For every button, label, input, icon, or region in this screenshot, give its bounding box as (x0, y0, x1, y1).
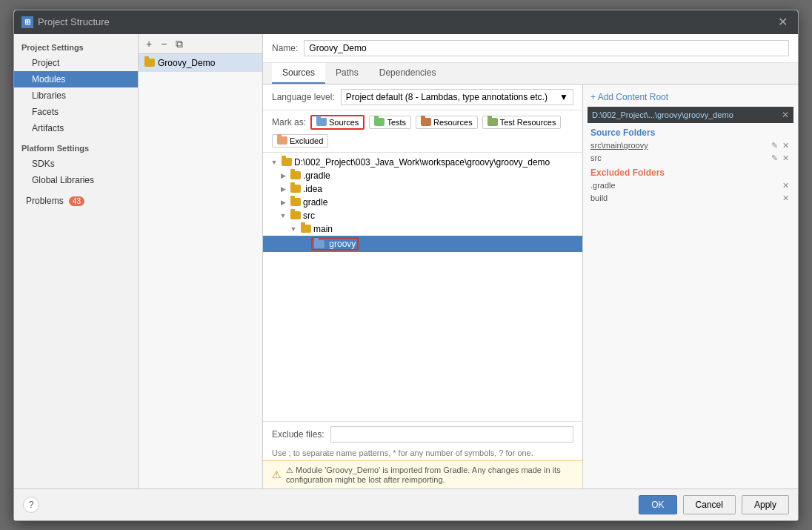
project-settings-section: Project Settings (14, 40, 138, 55)
tree-item-groovy[interactable]: groovy (263, 236, 582, 252)
tree-item-gradle-hidden[interactable]: ▶ .gradle (263, 169, 582, 182)
exclude-row: Exclude files: (263, 421, 582, 447)
left-pane: Language level: Project default (8 - Lam… (263, 85, 583, 488)
add-content-root-button[interactable]: + Add Content Root (588, 89, 793, 105)
dialog-title: Project Structure (38, 16, 110, 27)
title-bar: ⊞ Project Structure ✕ (14, 10, 798, 34)
name-input[interactable] (304, 40, 789, 56)
module-item-groovy-demo[interactable]: Groovy_Demo (139, 54, 262, 72)
lang-level-label: Language level: (272, 92, 335, 102)
sidebar-item-global-libraries[interactable]: Global Libraries (14, 172, 138, 188)
tree-item-src[interactable]: ▼ src (263, 209, 582, 222)
excluded-folder-actions-1: ✕ (781, 181, 791, 191)
expand-icon: ▼ (269, 159, 279, 166)
title-bar-left: ⊞ Project Structure (21, 16, 110, 28)
lang-level-select[interactable]: Project default (8 - Lambdas, type annot… (341, 89, 573, 105)
folder-icon (290, 211, 301, 219)
exclude-input[interactable] (330, 426, 573, 443)
tab-paths[interactable]: Paths (325, 63, 369, 84)
exclude-hint: Use ; to separate name patterns, * for a… (263, 447, 582, 460)
tab-sources[interactable]: Sources (272, 63, 325, 84)
sidebar-item-sdks[interactable]: SDKs (14, 156, 138, 172)
app-icon: ⊞ (21, 16, 33, 28)
remove-excluded-folder-1[interactable]: ✕ (781, 181, 791, 191)
help-button[interactable]: ? (23, 497, 39, 513)
cancel-button[interactable]: Cancel (683, 495, 736, 514)
remove-excluded-folder-2[interactable]: ✕ (781, 193, 791, 203)
tabs-row: Sources Paths Dependencies (263, 63, 798, 85)
root-folder-icon (282, 158, 292, 166)
folder-icon (290, 171, 301, 179)
file-tree[interactable]: ▼ D:\002_Project\003_Java_Work\workspace… (263, 153, 582, 421)
warning-bar: ⚠ ⚠ Module 'Groovy_Demo' is imported fro… (263, 460, 582, 488)
folder-icon (290, 198, 301, 206)
remove-module-button[interactable]: − (158, 37, 170, 50)
mark-tests-button[interactable]: Tests (369, 116, 411, 129)
tree-item-label: .idea (303, 184, 322, 194)
source-folder-path-2: src (590, 153, 770, 162)
sidebar-item-problems[interactable]: Problems 43 (14, 193, 138, 209)
sidebar: Project Settings Project Modules Librari… (14, 34, 139, 488)
edit-source-folder-2[interactable]: ✎ (770, 153, 779, 163)
folder-icon (290, 185, 301, 193)
close-button[interactable]: ✕ (775, 15, 791, 30)
content-root-close-button[interactable]: ✕ (782, 110, 789, 120)
warning-text: ⚠ Module 'Groovy_Demo' is imported from … (286, 466, 573, 484)
source-folder-entry-1: src\main\groovy ✎ ✕ (588, 139, 793, 152)
expand-icon: ▶ (278, 172, 288, 179)
tree-item-root[interactable]: ▼ D:\002_Project\003_Java_Work\workspace… (263, 156, 582, 169)
lang-level-row: Language level: Project default (8 - Lam… (263, 85, 582, 110)
test-resources-folder-icon (487, 118, 498, 126)
copy-module-button[interactable]: ⧉ (173, 37, 186, 50)
ok-button[interactable]: OK (639, 495, 676, 514)
sources-area: Language level: Project default (8 - Lam… (263, 85, 798, 488)
excluded-folders-label: Excluded Folders (588, 165, 793, 179)
dropdown-arrow-icon: ▼ (559, 92, 568, 102)
platform-settings-section: Platform Settings (14, 141, 138, 156)
mark-excluded-button[interactable]: Excluded (272, 134, 328, 148)
sources-folder-icon (316, 118, 327, 126)
tree-item-main[interactable]: ▼ main (263, 222, 582, 236)
module-folder-icon (144, 59, 155, 67)
expand-icon: ▶ (278, 185, 288, 193)
excluded-folder-path-1: .gradle (590, 181, 781, 190)
tree-item-label: D:\002_Project\003_Java_Work\workspace\g… (294, 157, 550, 168)
content-root-path: D:\002_Project\...\groovy\groovy_demo ✕ (588, 107, 793, 123)
expand-icon: ▶ (278, 199, 288, 206)
edit-source-folder-1[interactable]: ✎ (770, 141, 779, 150)
apply-button[interactable]: Apply (742, 495, 789, 514)
remove-source-folder-1[interactable]: ✕ (781, 141, 791, 150)
problems-badge: 43 (69, 196, 84, 206)
name-row: Name: (263, 34, 798, 63)
sidebar-item-libraries[interactable]: Libraries (14, 87, 138, 104)
mark-as-row: Mark as: Sources Tests Resources (263, 110, 582, 153)
sidebar-item-facets[interactable]: Facets (14, 104, 138, 120)
sidebar-item-project[interactable]: Project (14, 55, 138, 71)
tree-item-label: gradle (303, 197, 327, 208)
name-label: Name: (272, 43, 298, 53)
remove-source-folder-2[interactable]: ✕ (781, 153, 791, 163)
mark-as-label: Mark as: (272, 117, 306, 127)
bottom-left: ? (23, 497, 633, 513)
tree-item-label: .gradle (303, 170, 330, 181)
resources-folder-icon (421, 118, 431, 126)
sources-folder-icon (314, 240, 325, 248)
warning-icon: ⚠ (272, 468, 282, 480)
mark-sources-button[interactable]: Sources (310, 115, 365, 130)
mark-resources-button[interactable]: Resources (416, 116, 478, 129)
sidebar-item-modules[interactable]: Modules (14, 71, 138, 87)
right-pane: + Add Content Root D:\002_Project\...\gr… (583, 85, 798, 488)
source-folder-path-1: src\main\groovy (590, 141, 770, 150)
tests-folder-icon (374, 118, 385, 126)
tab-dependencies[interactable]: Dependencies (369, 63, 447, 84)
add-module-button[interactable]: + (143, 37, 155, 50)
tree-item-idea[interactable]: ▶ .idea (263, 182, 582, 196)
bottom-bar: ? OK Cancel Apply (14, 488, 798, 520)
excluded-folder-actions-2: ✕ (781, 193, 791, 203)
mark-test-resources-button[interactable]: Test Resources (482, 116, 562, 129)
sidebar-item-artifacts[interactable]: Artifacts (14, 120, 138, 136)
tree-item-label: src (303, 211, 315, 221)
groovy-highlight-box: groovy (311, 237, 359, 251)
tree-item-gradle[interactable]: ▶ gradle (263, 196, 582, 209)
project-structure-dialog: ⊞ Project Structure ✕ Project Settings P… (13, 10, 799, 521)
